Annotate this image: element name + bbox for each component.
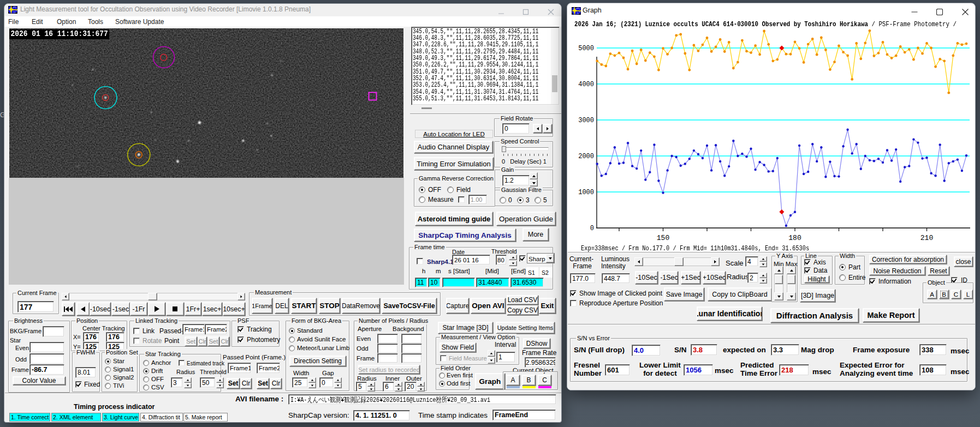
svg-text:2000: 2000 — [578, 153, 594, 160]
svg-text:150: 150 — [657, 234, 669, 242]
svg-text:210: 210 — [920, 234, 933, 242]
svg-text:5000: 5000 — [578, 45, 594, 52]
svg-text:1000: 1000 — [578, 189, 594, 196]
svg-text:4000: 4000 — [578, 81, 594, 88]
svg-text:0: 0 — [590, 225, 594, 232]
svg-text:180: 180 — [788, 234, 801, 242]
svg-text:3000: 3000 — [578, 117, 594, 124]
